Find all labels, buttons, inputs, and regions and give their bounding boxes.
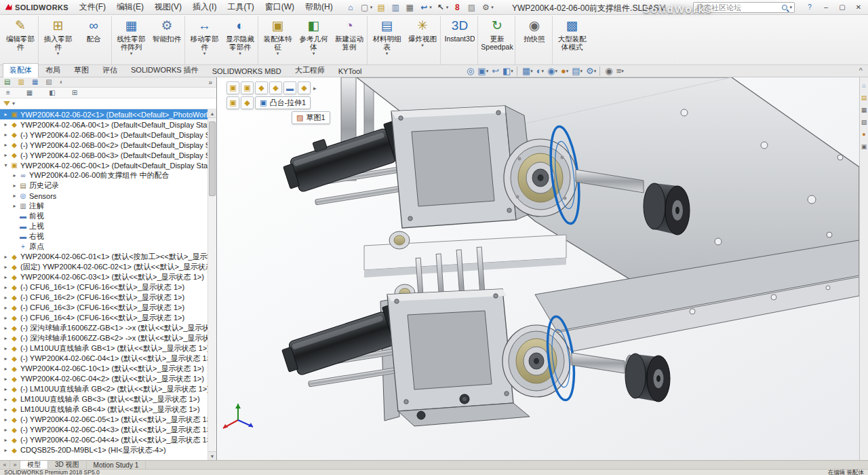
breadcrumb-sketch-chip[interactable]: ▨ 草图1 <box>292 111 330 124</box>
expand-arrow-icon[interactable]: ▸ <box>2 111 9 117</box>
window-control-button[interactable]: ✕ <box>850 0 867 14</box>
tree-item[interactable]: ▸ ◆ (-) YWP200K4-02-06C-04<3> (默认<<默认>_显… <box>0 425 208 435</box>
view-tool-button[interactable]: ↩ ▾ <box>492 66 499 76</box>
expand-arrow-icon[interactable]: ▸ <box>2 406 9 413</box>
tree-item[interactable]: ▸ ◆ (-) CFU6_16<3> (CFU6-16<<默认>_显示状态 1>… <box>0 303 208 313</box>
document-tab[interactable]: 模型 <box>20 461 48 469</box>
ribbon-button[interactable]: ▦ 线性零部件阵列 ▾ <box>113 16 149 64</box>
tree-item[interactable]: ▸ ▤ 历史记录 <box>0 180 208 191</box>
tree-item[interactable]: ▸ ◆ (-) YWP200K4-02-06B-00<3> (Default<D… <box>0 150 208 160</box>
expand-arrow-icon[interactable]: ▸ <box>2 142 9 148</box>
task-pane-icon[interactable]: ⌂ <box>862 82 865 89</box>
ribbon-button[interactable]: ◧ 参考几何体 ▾ <box>296 16 332 64</box>
ribbon-button[interactable]: ↔ 移动零部件 ▾ <box>186 16 222 64</box>
ribbon-tab[interactable]: 评估 <box>96 63 124 77</box>
document-tab[interactable]: Motion Study 1 <box>87 461 146 469</box>
breadcrumb-component-chip[interactable]: ▬ <box>283 81 296 94</box>
ribbon-button[interactable]: ∞ 配合 ▾ <box>76 16 112 64</box>
breadcrumb-more-icon[interactable]: ▸ <box>313 85 317 92</box>
model-3d[interactable] <box>218 77 859 460</box>
tree-item[interactable]: ▸ ◆ CDQSB25-20D-M9BL<1> (HI<显示状态-4>) <box>0 445 208 455</box>
tree-item[interactable]: ▸ ◆ (-) YWP200K4-02-06C-05<1> (默认<<默认>_显… <box>0 415 208 425</box>
breadcrumb-parent-chip[interactable]: ▣ <box>226 96 239 109</box>
expand-arrow-icon[interactable]: ▸ <box>2 121 9 128</box>
tree-item[interactable]: ▸ ▥ 注解 <box>0 201 208 211</box>
expand-arrow-icon[interactable]: ▸ <box>2 315 9 321</box>
tree-item[interactable]: ▸ + 原点 <box>0 242 208 252</box>
community-search[interactable]: 搜索社区论坛 ▾ <box>693 2 795 13</box>
tree-item[interactable]: ▸ ◆ (-) CFU6_16<1> (CFU6-16<<默认>_显示状态 1>… <box>0 282 208 292</box>
task-pane-icon[interactable]: ● <box>862 131 865 138</box>
tree-filter-bar[interactable]: ▾ <box>0 98 216 109</box>
panel-tab-icon[interactable]: ▧ <box>45 77 52 87</box>
task-pane-icon[interactable]: ▧ <box>861 119 867 126</box>
window-control-button[interactable]: ▢ <box>834 0 850 14</box>
scroll-down-icon[interactable]: ▼ <box>208 451 216 460</box>
expand-arrow-icon[interactable]: ▸ <box>11 183 18 189</box>
tree-item[interactable]: ▸ ◆ YWP200K4-02-06C-10<1> (默认<<默认>_显示状态 … <box>0 364 208 374</box>
tab-scroll-icon[interactable]: » <box>10 461 20 469</box>
tree-item[interactable]: ▸ ◆ (-) 深沟球轴承16006ZZ-GB<2> ->x (默认<<默认>_… <box>0 333 208 343</box>
lower-coupler[interactable] <box>625 354 670 402</box>
ribbon-tab[interactable]: 大工程师 <box>288 63 332 77</box>
expand-arrow-icon[interactable]: ▸ <box>2 366 9 372</box>
panel-tab-icon[interactable]: ▤ <box>4 77 10 87</box>
ribbon-button[interactable]: 3D Instant3D ▾ <box>442 16 478 64</box>
tree-item[interactable]: ▸ ◆ YWP200K4-02-06C-01<1> (默认<按加工><<默认>_… <box>0 252 208 262</box>
view-tool-button[interactable]: ◐ ▾ <box>536 66 544 76</box>
expand-arrow-icon[interactable]: ▸ <box>2 325 9 331</box>
ribbon-button[interactable]: ◉ 拍快照 ▾ <box>517 16 553 64</box>
expand-arrow-icon[interactable]: ▸ <box>2 254 9 260</box>
ribbon-tab[interactable]: SOLIDWORKS 插件 <box>124 63 205 77</box>
tree-item[interactable]: ▸ ◎ Sensors <box>0 191 208 201</box>
tree-item[interactable]: ▸ ◆ (-) CFU6_16<4> (CFU6-16<<默认>_显示状态 1>… <box>0 313 208 323</box>
view-tool-button[interactable]: ≡ ▾ <box>616 66 624 76</box>
ribbon-tab[interactable]: 草图 <box>67 63 96 77</box>
filter-dropdown-icon[interactable]: ▾ <box>12 100 15 107</box>
ribbon-button[interactable]: ▣ 装配体特征 ▾ <box>260 16 296 64</box>
expand-arrow-icon[interactable]: ▸ <box>11 193 18 199</box>
ribbon-button[interactable]: ✎ 编辑零部件 ▾ <box>3 16 39 64</box>
tree-item[interactable]: ▸ ▬ 右视 <box>0 231 208 242</box>
tree-item[interactable]: ▸ ∞ YWP200K4-02-06-00前支撑组件 中的配合 <box>0 170 208 180</box>
lower-bearing[interactable] <box>502 325 570 397</box>
menu-item[interactable]: 文件(F) <box>74 0 111 15</box>
document-tab[interactable]: 3D 视图 <box>48 461 87 469</box>
expand-arrow-icon[interactable]: ▸ <box>11 172 18 178</box>
expand-arrow-icon[interactable]: ▸ <box>2 427 9 433</box>
breadcrumb-component-chip[interactable]: ▣ <box>241 81 254 94</box>
quick-access-button[interactable]: ▦ ▾ <box>403 2 416 13</box>
breadcrumb-feature-chip[interactable]: ▣ 凸台-拉伸1 <box>255 96 311 109</box>
panel-tab-icon[interactable]: ▥ <box>18 77 24 87</box>
view-tool-button[interactable]: ◉ ▾ <box>599 66 612 76</box>
menu-item[interactable]: 视图(V) <box>149 0 187 15</box>
tree-item[interactable]: ▸ ◆ YWP200K4-02-06C-03<1> (默认<<默认>_显示状态 … <box>0 272 208 282</box>
tree-item[interactable]: ▸ ◆ LM10UU直线轴承 GB<3> (默认<<默认>_显示状态 1>) <box>0 394 208 404</box>
ribbon-button[interactable]: ✳ 爆炸视图 ▾ <box>405 16 441 64</box>
view-tool-button[interactable]: ▤ ▾ <box>572 66 583 76</box>
quick-access-button[interactable]: ↖ ▾ <box>434 2 450 13</box>
ribbon-button[interactable]: ◐ 显示隐藏零部件 ▾ <box>222 16 258 64</box>
scroll-up-icon[interactable]: ▲ <box>208 109 216 118</box>
expand-arrow-icon[interactable]: ▸ <box>2 335 9 341</box>
tree-item[interactable]: ▸ ◆ (-) YWP200K4-02-06B-00<1> (Default<D… <box>0 130 208 140</box>
tree-item[interactable]: ▾ ▣ YWP200K4-02-06C-00<1> (Default<Defau… <box>0 160 208 170</box>
panel-tab-icon[interactable]: ◐ <box>60 77 64 87</box>
tree-item[interactable]: ▸ ▬ 前视 <box>0 211 208 221</box>
tab-scroll-icon[interactable]: « <box>0 461 10 469</box>
expand-arrow-icon[interactable]: ▸ <box>2 356 9 362</box>
menu-item[interactable]: 窗口(W) <box>260 0 300 15</box>
expand-arrow-icon[interactable]: ▸ <box>2 132 9 138</box>
menu-item[interactable]: 插入(I) <box>187 0 222 15</box>
task-pane-icon[interactable]: ▤ <box>861 94 867 101</box>
window-control-button[interactable]: ? <box>802 0 818 14</box>
expand-arrow-icon[interactable]: ▸ <box>2 345 9 352</box>
window-control-button[interactable]: – <box>818 0 834 14</box>
tree-scrollbar[interactable]: ▲ ▼ <box>208 109 216 460</box>
expand-arrow-icon[interactable]: ▸ <box>2 305 9 311</box>
quick-access-button[interactable]: ⌂ ▾ <box>344 2 357 13</box>
breadcrumb-component-chip[interactable]: ◆ <box>269 81 282 94</box>
ribbon-button[interactable]: ↻ 更新Speedpak ▾ <box>479 16 515 64</box>
search-drop-icon[interactable]: ▾ <box>789 5 792 10</box>
collapse-ribbon-icon[interactable]: ^ <box>859 66 863 75</box>
